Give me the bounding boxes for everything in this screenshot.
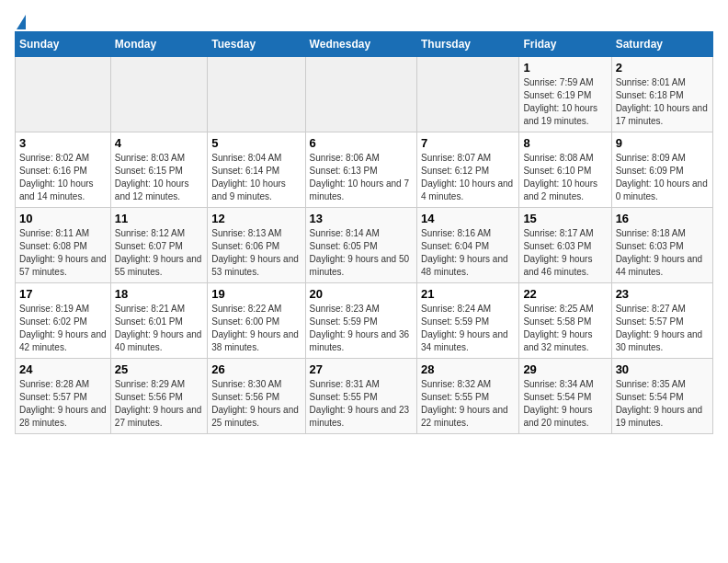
calendar-cell: 9Sunrise: 8:09 AM Sunset: 6:09 PM Daylig… xyxy=(611,132,712,208)
day-number: 10 xyxy=(19,212,107,225)
calendar-cell: 3Sunrise: 8:02 AM Sunset: 6:16 PM Daylig… xyxy=(16,132,111,208)
logo xyxy=(15,15,26,24)
calendar-cell: 12Sunrise: 8:13 AM Sunset: 6:06 PM Dayli… xyxy=(208,208,305,283)
day-info: Sunrise: 8:22 AM Sunset: 6:00 PM Dayligh… xyxy=(211,303,301,354)
day-info: Sunrise: 8:31 AM Sunset: 5:55 PM Dayligh… xyxy=(310,378,413,430)
day-info: Sunrise: 8:12 AM Sunset: 6:07 PM Dayligh… xyxy=(115,227,203,279)
calendar-cell: 30Sunrise: 8:35 AM Sunset: 5:54 PM Dayli… xyxy=(611,359,712,434)
calendar-table: SundayMondayTuesdayWednesdayThursdayFrid… xyxy=(15,31,713,434)
calendar-cell: 22Sunrise: 8:25 AM Sunset: 5:58 PM Dayli… xyxy=(519,283,611,359)
calendar-cell: 24Sunrise: 8:28 AM Sunset: 5:57 PM Dayli… xyxy=(16,359,111,434)
day-number: 21 xyxy=(421,287,515,301)
calendar-week-row: 10Sunrise: 8:11 AM Sunset: 6:08 PM Dayli… xyxy=(16,208,713,283)
day-info: Sunrise: 8:29 AM Sunset: 5:56 PM Dayligh… xyxy=(115,378,203,430)
day-number: 17 xyxy=(19,287,107,301)
day-number: 4 xyxy=(115,136,203,150)
day-info: Sunrise: 7:59 AM Sunset: 6:19 PM Dayligh… xyxy=(523,76,607,128)
calendar-cell: 19Sunrise: 8:22 AM Sunset: 6:00 PM Dayli… xyxy=(208,283,305,359)
day-number: 5 xyxy=(211,136,301,150)
day-of-week-header: Wednesday xyxy=(305,32,416,57)
calendar-cell: 26Sunrise: 8:30 AM Sunset: 5:56 PM Dayli… xyxy=(208,359,305,434)
day-info: Sunrise: 8:21 AM Sunset: 6:01 PM Dayligh… xyxy=(115,303,203,354)
day-of-week-header: Thursday xyxy=(417,32,519,57)
day-info: Sunrise: 8:07 AM Sunset: 6:12 PM Dayligh… xyxy=(421,152,515,203)
day-info: Sunrise: 8:14 AM Sunset: 6:05 PM Dayligh… xyxy=(310,227,413,279)
day-info: Sunrise: 8:13 AM Sunset: 6:06 PM Dayligh… xyxy=(211,227,301,279)
calendar-cell: 10Sunrise: 8:11 AM Sunset: 6:08 PM Dayli… xyxy=(16,208,111,283)
day-info: Sunrise: 8:04 AM Sunset: 6:14 PM Dayligh… xyxy=(211,152,301,203)
day-info: Sunrise: 8:01 AM Sunset: 6:18 PM Dayligh… xyxy=(616,76,709,128)
calendar-cell: 4Sunrise: 8:03 AM Sunset: 6:15 PM Daylig… xyxy=(110,132,207,208)
day-number: 25 xyxy=(115,362,203,376)
calendar-cell: 5Sunrise: 8:04 AM Sunset: 6:14 PM Daylig… xyxy=(208,132,305,208)
day-number: 3 xyxy=(19,136,107,150)
day-info: Sunrise: 8:18 AM Sunset: 6:03 PM Dayligh… xyxy=(616,227,709,279)
logo-triangle-icon xyxy=(17,15,26,29)
day-info: Sunrise: 8:08 AM Sunset: 6:10 PM Dayligh… xyxy=(523,152,607,203)
day-number: 9 xyxy=(616,136,709,150)
day-info: Sunrise: 8:32 AM Sunset: 5:55 PM Dayligh… xyxy=(421,378,515,430)
day-number: 16 xyxy=(616,212,709,225)
calendar-cell xyxy=(208,57,305,132)
calendar-cell: 14Sunrise: 8:16 AM Sunset: 6:04 PM Dayli… xyxy=(417,208,519,283)
day-info: Sunrise: 8:19 AM Sunset: 6:02 PM Dayligh… xyxy=(19,303,107,354)
day-number: 8 xyxy=(523,136,607,150)
day-number: 24 xyxy=(19,362,107,376)
day-info: Sunrise: 8:02 AM Sunset: 6:16 PM Dayligh… xyxy=(19,152,107,203)
calendar-week-row: 1Sunrise: 7:59 AM Sunset: 6:19 PM Daylig… xyxy=(16,57,713,132)
day-number: 6 xyxy=(310,136,413,150)
day-info: Sunrise: 8:24 AM Sunset: 5:59 PM Dayligh… xyxy=(421,303,515,354)
day-number: 28 xyxy=(421,362,515,376)
calendar-body: 1Sunrise: 7:59 AM Sunset: 6:19 PM Daylig… xyxy=(16,57,713,434)
calendar-header: SundayMondayTuesdayWednesdayThursdayFrid… xyxy=(16,32,713,57)
day-number: 11 xyxy=(115,212,203,225)
calendar-cell: 1Sunrise: 7:59 AM Sunset: 6:19 PM Daylig… xyxy=(519,57,611,132)
page-header xyxy=(15,15,713,24)
day-info: Sunrise: 8:30 AM Sunset: 5:56 PM Dayligh… xyxy=(211,378,301,430)
calendar-cell: 7Sunrise: 8:07 AM Sunset: 6:12 PM Daylig… xyxy=(417,132,519,208)
calendar-cell xyxy=(417,57,519,132)
calendar-cell xyxy=(305,57,416,132)
calendar-cell: 13Sunrise: 8:14 AM Sunset: 6:05 PM Dayli… xyxy=(305,208,416,283)
calendar-cell xyxy=(16,57,111,132)
day-info: Sunrise: 8:09 AM Sunset: 6:09 PM Dayligh… xyxy=(616,152,709,203)
calendar-cell: 23Sunrise: 8:27 AM Sunset: 5:57 PM Dayli… xyxy=(611,283,712,359)
day-of-week-header: Friday xyxy=(519,32,611,57)
calendar-cell: 28Sunrise: 8:32 AM Sunset: 5:55 PM Dayli… xyxy=(417,359,519,434)
day-number: 22 xyxy=(523,287,607,301)
day-number: 2 xyxy=(616,61,709,75)
day-info: Sunrise: 8:11 AM Sunset: 6:08 PM Dayligh… xyxy=(19,227,107,279)
day-number: 26 xyxy=(211,362,301,376)
day-number: 15 xyxy=(523,212,607,225)
day-number: 12 xyxy=(211,212,301,225)
day-info: Sunrise: 8:34 AM Sunset: 5:54 PM Dayligh… xyxy=(523,378,607,430)
day-of-week-header: Monday xyxy=(110,32,207,57)
day-info: Sunrise: 8:16 AM Sunset: 6:04 PM Dayligh… xyxy=(421,227,515,279)
day-number: 30 xyxy=(616,362,709,376)
day-number: 19 xyxy=(211,287,301,301)
calendar-week-row: 3Sunrise: 8:02 AM Sunset: 6:16 PM Daylig… xyxy=(16,132,713,208)
calendar-cell: 29Sunrise: 8:34 AM Sunset: 5:54 PM Dayli… xyxy=(519,359,611,434)
day-number: 13 xyxy=(310,212,413,225)
day-info: Sunrise: 8:03 AM Sunset: 6:15 PM Dayligh… xyxy=(115,152,203,203)
day-info: Sunrise: 8:28 AM Sunset: 5:57 PM Dayligh… xyxy=(19,378,107,430)
day-number: 14 xyxy=(421,212,515,225)
calendar-week-row: 24Sunrise: 8:28 AM Sunset: 5:57 PM Dayli… xyxy=(16,359,713,434)
day-info: Sunrise: 8:06 AM Sunset: 6:13 PM Dayligh… xyxy=(310,152,413,203)
day-of-week-header: Tuesday xyxy=(208,32,305,57)
day-number: 1 xyxy=(523,61,607,75)
day-info: Sunrise: 8:27 AM Sunset: 5:57 PM Dayligh… xyxy=(616,303,709,354)
calendar-cell: 25Sunrise: 8:29 AM Sunset: 5:56 PM Dayli… xyxy=(110,359,207,434)
day-number: 23 xyxy=(616,287,709,301)
day-of-week-header: Saturday xyxy=(611,32,712,57)
day-info: Sunrise: 8:25 AM Sunset: 5:58 PM Dayligh… xyxy=(523,303,607,354)
calendar-cell: 17Sunrise: 8:19 AM Sunset: 6:02 PM Dayli… xyxy=(16,283,111,359)
calendar-cell: 18Sunrise: 8:21 AM Sunset: 6:01 PM Dayli… xyxy=(110,283,207,359)
day-info: Sunrise: 8:35 AM Sunset: 5:54 PM Dayligh… xyxy=(616,378,709,430)
calendar-cell: 8Sunrise: 8:08 AM Sunset: 6:10 PM Daylig… xyxy=(519,132,611,208)
calendar-cell: 20Sunrise: 8:23 AM Sunset: 5:59 PM Dayli… xyxy=(305,283,416,359)
day-number: 18 xyxy=(115,287,203,301)
day-number: 20 xyxy=(310,287,413,301)
calendar-week-row: 17Sunrise: 8:19 AM Sunset: 6:02 PM Dayli… xyxy=(16,283,713,359)
day-info: Sunrise: 8:17 AM Sunset: 6:03 PM Dayligh… xyxy=(523,227,607,279)
